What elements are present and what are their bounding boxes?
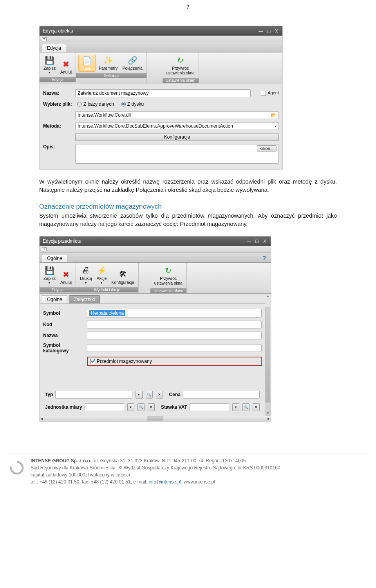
para-section2: Oznaczenie przedmiotów magazynowychSyste… <box>39 202 337 228</box>
clear-icon[interactable]: ✕ <box>156 391 163 399</box>
radio-icon <box>77 102 82 106</box>
akcje-button[interactable]: ⚡Akcje▾ <box>95 264 108 286</box>
dropdown-icon[interactable] <box>42 37 47 41</box>
scroll-thumb[interactable] <box>266 307 270 402</box>
label-symbol-kat: Symbol katalogowy <box>43 342 87 354</box>
connections-icon: 🔗 <box>127 55 137 65</box>
agent-checkbox[interactable] <box>261 91 266 96</box>
konfiguracja-button[interactable]: 🛠Konfiguracja <box>110 268 136 286</box>
window-title: Edycja obiektu <box>43 28 256 34</box>
konfiguracja-button[interactable]: Konfiguracja <box>75 133 279 141</box>
scroll-right-icon[interactable]: ▶ <box>268 417 270 420</box>
cena-input[interactable] <box>183 391 260 399</box>
nazwa-input[interactable]: Zatwierdź dokument magazynowy <box>75 89 251 97</box>
page-number: 7 <box>39 0 337 26</box>
parameters-icon: ✨ <box>103 55 113 65</box>
horizontal-scrollbar[interactable]: ◀▶ <box>40 416 271 421</box>
titlebar[interactable]: Edycja obiektu — ▢ X <box>40 26 282 36</box>
metoda-input[interactable]: Intense.Workflow.Core.DocSubElems.Approv… <box>75 122 279 130</box>
anuluj-button[interactable]: ✖Anuluj <box>59 268 73 286</box>
dropdown-icon[interactable]: ▾ <box>275 124 277 128</box>
zapisz-button[interactable]: 💾Zapisz▾ <box>42 54 57 76</box>
label-opis: Opis: <box>43 144 75 164</box>
minimize-icon[interactable]: — <box>258 29 264 33</box>
scroll-thumb[interactable] <box>147 417 163 420</box>
subtab-ogolne[interactable]: Ogólne <box>42 295 67 303</box>
clear-icon[interactable]: ✕ <box>253 403 260 411</box>
ribbon-group-ustawienia: Ustawienia okien <box>163 78 199 83</box>
menubar[interactable] <box>40 36 282 42</box>
actions-icon: ⚡ <box>96 265 107 276</box>
ribbon-group-ustawienia: Ustawienia okien <box>150 288 186 293</box>
ribbon: 💾Zapisz▾ ✖Anuluj Edycja 🖨Drukuj▾ ⚡Akcje▾… <box>40 263 271 294</box>
window-title: Edycja przedmiotu <box>43 238 244 244</box>
close-icon[interactable]: X <box>262 239 268 243</box>
label-cena: Cena <box>169 392 181 397</box>
footer-email-link[interactable]: info@intense.pl <box>149 479 181 485</box>
radio-z-dysku[interactable]: Z dysku <box>121 101 144 107</box>
vat-input[interactable] <box>190 403 229 411</box>
radio-z-bazy[interactable]: Z bazy danych <box>77 101 114 107</box>
symbol-input[interactable]: Herbata zielona <box>87 309 262 317</box>
footer-company: INTENSE GROUP Sp. z o.o. <box>31 458 91 464</box>
screenshot-edycja-obiektu: Edycja obiektu — ▢ X Edycja 💾Zapisz▾ ✖An… <box>39 26 283 170</box>
menubar[interactable] <box>40 246 271 253</box>
titlebar[interactable]: Edycja przedmiotu — ▢ X <box>40 236 271 246</box>
search-icon[interactable]: 🔍 <box>146 391 153 399</box>
label-vat: Stawka VAT <box>161 404 187 410</box>
opis-textarea[interactable]: <ikon... <box>75 144 279 164</box>
anuluj-button[interactable]: ✖Anuluj <box>59 58 73 76</box>
svg-point-0 <box>11 462 23 474</box>
cancel-icon: ✖ <box>61 269 71 280</box>
browse-icon[interactable]: 📂 <box>271 112 277 118</box>
print-icon: 🖨 <box>81 265 91 276</box>
label-jednostka: Jednostka miary <box>45 404 82 410</box>
label-symbol: Symbol <box>43 308 87 318</box>
jednostka-input[interactable] <box>85 403 124 411</box>
polaczenia-button[interactable]: 🔗Połączenia <box>121 54 144 72</box>
search-icon[interactable]: 🔍 <box>242 403 249 411</box>
kod-input[interactable] <box>87 321 262 328</box>
przedmiot-magazynowany-checkbox[interactable] <box>90 359 95 364</box>
przywroc-button[interactable]: ↻Przywróćustawienia okna <box>153 264 184 287</box>
general-icon: 📄 <box>82 56 92 66</box>
ribbon: 💾Zapisz▾ ✖Anuluj Edycja 📄Ogólna ✨Paramet… <box>40 52 282 83</box>
highlight-box: Przedmiot magazynowany <box>87 357 262 366</box>
parametry-button[interactable]: ✨Parametry <box>97 54 119 72</box>
dropdown-icon[interactable]: ▾ <box>127 403 134 411</box>
label-nazwa: Nazwa: <box>43 89 75 97</box>
dropdown-icon[interactable]: ▾ <box>136 391 143 399</box>
przywroc-button[interactable]: ↻Przywróćustawienia okna <box>165 54 196 76</box>
nazwa-input[interactable] <box>87 332 262 339</box>
label-przedmiot-mag: Przedmiot magazynowany <box>97 359 152 364</box>
ikon-button[interactable]: <ikon... <box>257 145 277 152</box>
scroll-up-icon[interactable]: ▲ <box>266 294 269 298</box>
page-footer: INTENSE GROUP Sp. z o.o., ul. Gdyńska 31… <box>7 453 369 497</box>
company-logo-icon <box>10 461 24 474</box>
symbol-kat-input[interactable] <box>87 344 262 352</box>
drukuj-button[interactable]: 🖨Drukuj▾ <box>78 264 93 286</box>
minimize-icon[interactable]: — <box>246 239 252 243</box>
tab-ogolne[interactable]: Ogólne <box>42 254 67 262</box>
search-icon[interactable]: 🔍 <box>137 403 145 411</box>
clear-icon[interactable]: ✕ <box>148 403 155 411</box>
save-icon: 💾 <box>44 55 54 65</box>
typ-input[interactable] <box>55 391 132 399</box>
close-icon[interactable]: X <box>274 29 279 33</box>
dropdown-icon[interactable] <box>42 247 47 251</box>
tab-edycja[interactable]: Edycja <box>42 44 66 52</box>
maximize-icon[interactable]: ▢ <box>266 29 271 33</box>
maximize-icon[interactable]: ▢ <box>254 239 260 243</box>
help-icon[interactable]: ? <box>262 255 268 261</box>
label-typ: Typ <box>45 392 53 397</box>
save-icon: 💾 <box>44 265 54 276</box>
scroll-down-icon[interactable]: ▼ <box>266 411 269 415</box>
subtab-zalaczniki[interactable]: Załączniki <box>69 295 100 303</box>
dropdown-icon[interactable]: ▾ <box>232 403 239 411</box>
file-input[interactable]: Intense.Workflow.Core.dll📂 <box>75 111 279 119</box>
ogolna-button[interactable]: 📄Ogólna <box>78 55 96 72</box>
vertical-scrollbar[interactable]: ▲▼ <box>265 294 271 416</box>
zapisz-button[interactable]: 💾Zapisz▾ <box>42 264 57 286</box>
section-title: Oznaczenie przedmiotów magazynowych <box>39 203 162 210</box>
source-radio-group: Z bazy danych Z dysku <box>75 100 279 108</box>
